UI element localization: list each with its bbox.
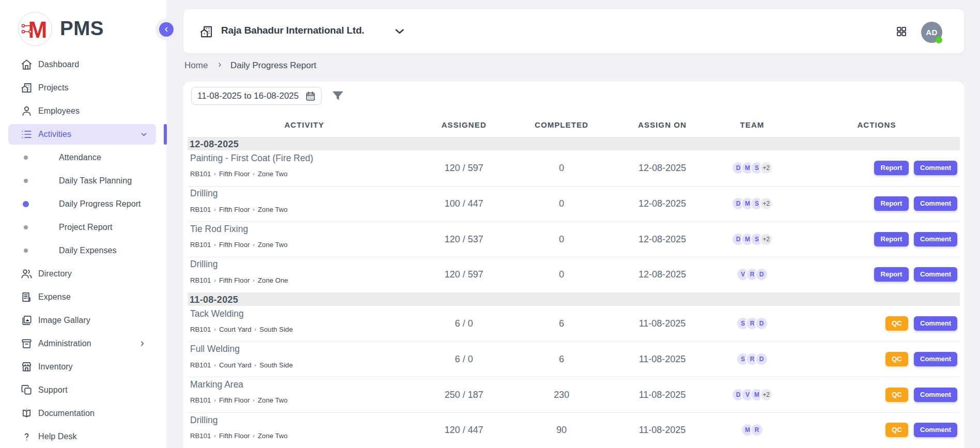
svg-text:M: M xyxy=(28,17,48,42)
